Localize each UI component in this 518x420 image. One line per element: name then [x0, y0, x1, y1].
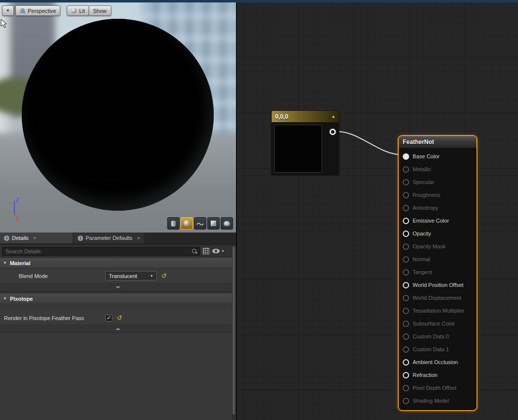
pin-icon[interactable]: [403, 231, 409, 237]
material-result-node[interactable]: FeatherNot Base Color Metallic Specular …: [398, 135, 477, 411]
pin-icon[interactable]: [403, 243, 409, 250]
material-input-pin[interactable]: Pixel Depth Offset: [399, 381, 476, 394]
tab-parameter-defaults[interactable]: i Parameter Defaults ×: [74, 233, 144, 243]
material-preview-viewport[interactable]: ▼ Perspective Lit Show Z x: [0, 0, 236, 233]
pin-icon[interactable]: [403, 398, 409, 404]
pin-icon[interactable]: [403, 333, 409, 340]
details-scrollbar[interactable]: [232, 245, 235, 420]
pin-icon[interactable]: [403, 256, 409, 263]
pin-icon[interactable]: [403, 218, 409, 224]
material-input-pin[interactable]: Anisotropy: [399, 201, 476, 214]
pin-icon[interactable]: [403, 153, 409, 160]
pin-label: Specular: [413, 179, 434, 185]
tab-parameter-defaults-label: Parameter Defaults: [86, 235, 133, 241]
shape-cylinder-button[interactable]: [167, 217, 180, 230]
material-input-pin[interactable]: Ambient Occlusion: [399, 356, 476, 369]
perspective-icon: [20, 8, 25, 13]
collapse-icon[interactable]: ▲: [331, 114, 335, 119]
pin-label: Emissive Color: [413, 218, 449, 224]
shape-mesh-button[interactable]: [221, 217, 233, 230]
show-menu-button[interactable]: Show: [89, 5, 111, 16]
advanced-expander[interactable]: ▼: [0, 283, 236, 291]
material-input-pin[interactable]: Refraction: [399, 369, 476, 381]
collapse-expander[interactable]: ▲: [0, 325, 236, 333]
pin-icon[interactable]: [403, 192, 409, 198]
axis-gizmo: Z x: [1, 196, 27, 222]
material-input-pin[interactable]: Subsurface Color: [399, 317, 476, 330]
material-input-pin[interactable]: Normal: [399, 253, 476, 266]
pin-icon[interactable]: [403, 205, 409, 211]
material-input-pin[interactable]: Tangent: [399, 266, 476, 279]
pin-icon[interactable]: [403, 372, 409, 378]
material-input-pin[interactable]: World Position Offset: [399, 279, 476, 291]
section-header-material[interactable]: ▼ Material: [0, 258, 236, 269]
reset-to-default-icon[interactable]: ↺: [117, 315, 122, 321]
pin-label: World Position Offset: [413, 282, 464, 288]
pin-icon[interactable]: [403, 282, 409, 288]
pin-icon[interactable]: [403, 179, 409, 186]
close-icon[interactable]: ×: [33, 235, 36, 241]
lit-sphere-icon: [71, 8, 77, 13]
constant-node-body: [271, 122, 339, 176]
material-graph-canvas[interactable]: 0,0,0 ▲ FeatherNot Base Color Metallic S…: [237, 0, 518, 420]
search-input[interactable]: [4, 248, 191, 255]
close-icon[interactable]: ×: [137, 235, 140, 241]
material-input-pin[interactable]: Specular: [399, 176, 476, 188]
material-input-pin[interactable]: Roughness: [399, 188, 476, 201]
shape-cube-button[interactable]: [207, 217, 220, 230]
result-node-pins: Base Color Metallic Specular Roughness A…: [399, 148, 476, 410]
shape-sphere-button[interactable]: [181, 217, 193, 230]
pin-icon[interactable]: [403, 346, 409, 353]
scrollbar-thumb[interactable]: [233, 246, 235, 415]
pane-divider[interactable]: [236, 0, 237, 420]
pin-icon[interactable]: [403, 269, 409, 276]
material-input-pin[interactable]: Opacity Mask: [399, 240, 476, 253]
row-spacer: [0, 304, 236, 311]
material-input-pin[interactable]: World Displacement: [399, 291, 476, 304]
constant-node-titlebar[interactable]: 0,0,0 ▲: [271, 110, 339, 122]
pin-label: Tessellation Multiplier: [413, 308, 465, 314]
section-expand-icon: ▼: [3, 296, 7, 301]
feather-pass-label: Render in Pixotope Feather Pass: [0, 315, 105, 321]
result-node-titlebar[interactable]: FeatherNot: [399, 136, 476, 148]
pin-icon[interactable]: [403, 295, 409, 301]
search-icon: [191, 248, 197, 254]
material-input-pin[interactable]: Emissive Color: [399, 214, 476, 227]
connection-wire[interactable]: [333, 132, 403, 155]
search-box[interactable]: [2, 247, 200, 256]
preview-shape-buttons: [167, 217, 233, 230]
material-input-pin[interactable]: Tessellation Multiplier: [399, 304, 476, 317]
view-options-button[interactable]: ▼: [212, 249, 225, 253]
constant-color-node[interactable]: 0,0,0 ▲: [271, 110, 339, 176]
details-tab-icon: i: [4, 235, 9, 241]
material-input-pin[interactable]: Opacity: [399, 227, 476, 240]
lit-button-label: Lit: [79, 8, 85, 14]
material-input-pin[interactable]: Shading Model: [399, 394, 476, 407]
material-input-pin[interactable]: Base Color: [399, 150, 476, 163]
preview-sphere[interactable]: [22, 19, 214, 211]
section-header-pixotope[interactable]: ▼ Pixotope: [0, 293, 236, 304]
plane-wave-icon: [196, 221, 204, 227]
material-input-pin[interactable]: Metallic: [399, 163, 476, 176]
pin-icon[interactable]: [403, 385, 409, 391]
tab-details[interactable]: i Details ×: [0, 233, 73, 243]
blend-mode-dropdown[interactable]: Translucent ▼: [105, 271, 157, 280]
pin-icon[interactable]: [403, 359, 409, 366]
reset-to-default-icon[interactable]: ↺: [161, 273, 167, 279]
details-tabbar: i Details × i Parameter Defaults ×: [0, 233, 236, 243]
chevron-down-icon: ▼: [150, 274, 153, 278]
color-preview-swatch[interactable]: [274, 125, 322, 173]
material-input-pin[interactable]: Custom Data 0: [399, 330, 476, 343]
output-pin[interactable]: [330, 129, 336, 135]
pin-icon[interactable]: [403, 166, 409, 173]
window-top-strip: [0, 0, 518, 2]
lit-mode-button[interactable]: Lit: [67, 5, 90, 16]
property-matrix-icon[interactable]: [203, 248, 209, 254]
perspective-button[interactable]: Perspective: [15, 5, 60, 16]
pin-icon[interactable]: [403, 321, 409, 327]
pin-icon[interactable]: [403, 308, 409, 314]
viewport-options-dropdown-button[interactable]: ▼: [2, 5, 14, 16]
material-input-pin[interactable]: Custom Data 1: [399, 343, 476, 356]
feather-pass-checkbox[interactable]: ✓: [105, 315, 112, 322]
shape-plane-button[interactable]: [194, 217, 206, 230]
